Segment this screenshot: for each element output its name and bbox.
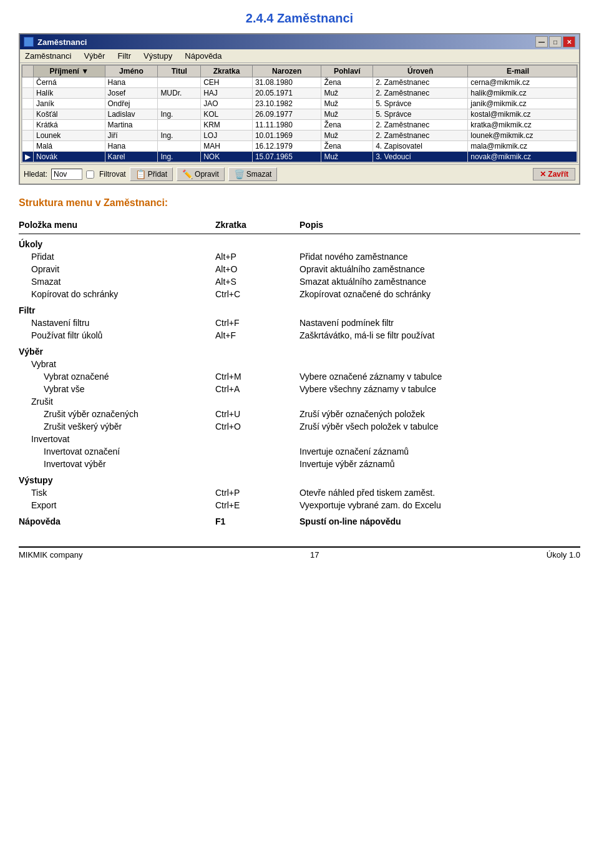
menu-item-desc <box>300 433 580 445</box>
opravit-label: Opravit <box>195 170 219 179</box>
menu-item-shortcut: Ctrl+A <box>215 383 300 395</box>
col-email[interactable]: E-mail <box>468 66 577 77</box>
list-item: PřidatAlt+PPřidat nového zaměstnance <box>19 250 580 263</box>
cell-titul: Ing. <box>158 152 201 162</box>
row-indicator <box>22 88 34 99</box>
menu-item-desc: Zkopírovat označené do schránky <box>300 288 580 300</box>
cell-email: mala@mikmik.cz <box>468 141 577 152</box>
cell-uroven: 2. Zaměstnanec <box>373 131 468 141</box>
menu-item-shortcut <box>215 342 300 358</box>
titlebar-left: Zaměstnanci <box>24 37 87 47</box>
col-jmeno[interactable]: Jméno <box>105 66 158 77</box>
cell-titul: MUDr. <box>158 88 201 99</box>
filtrovat-checkbox[interactable] <box>86 170 94 179</box>
menu-item-desc: Vyexportuje vybrané zam. do Excelu <box>300 499 580 511</box>
menu-zamestnanci[interactable]: Zaměstnanci <box>22 51 74 61</box>
table-row[interactable]: ČernáHanaCEH31.08.1980Žena2. Zaměstnanec… <box>22 77 577 88</box>
col-titul[interactable]: Titul <box>158 66 201 77</box>
doc-content: Struktura menu v Zaměstnanci: Položka me… <box>0 185 599 572</box>
list-item: Úkoly <box>19 234 580 251</box>
cell-zkratka: LOJ <box>201 131 253 141</box>
menu-item-desc: Vybere všechny záznamy v tabulce <box>300 383 580 395</box>
table-row[interactable]: HalíkJosefMUDr.HAJ20.05.1971Muž2. Zaměst… <box>22 88 577 99</box>
cell-pohlavi: Muž <box>321 131 373 141</box>
menu-item-shortcut: Ctrl+O <box>215 420 300 433</box>
menu-item-desc: Otevře náhled před tiskem zaměst. <box>300 486 580 499</box>
list-item: Výběr <box>19 342 580 358</box>
cell-email: halik@mikmik.cz <box>468 88 577 99</box>
menu-item-shortcut <box>215 234 300 251</box>
cell-titul <box>158 77 201 88</box>
cell-email: novak@mikmik.cz <box>468 152 577 162</box>
menu-item-shortcut <box>215 433 300 445</box>
cell-jmeno: Hana <box>105 77 158 88</box>
search-input[interactable] <box>51 169 82 180</box>
opravit-button[interactable]: ✏️ Opravit <box>177 167 225 181</box>
menu-item-desc <box>300 342 580 358</box>
table-row[interactable]: LounekJiříIng.LOJ10.01.1969Muž2. Zaměstn… <box>22 131 577 141</box>
cell-prijmeni: Janík <box>34 99 105 109</box>
smazat-icon: 🗑️ <box>234 169 245 179</box>
cell-jmeno: Josef <box>105 88 158 99</box>
list-item: Invertovat výběrInvertuje výběr záznamů <box>19 458 580 470</box>
row-indicator <box>22 109 34 120</box>
cell-pohlavi: Muž <box>321 109 373 120</box>
col-prijmeni[interactable]: Příjmení ▼ <box>34 66 105 77</box>
maximize-button[interactable]: □ <box>549 36 562 47</box>
menu-item-name: Opravit <box>19 263 215 275</box>
table-row[interactable]: KrátkáMartinaKRM11.11.1980Žena2. Zaměstn… <box>22 120 577 131</box>
menu-item-name: Invertovat výběr <box>19 458 215 470</box>
list-item: Výstupy <box>19 470 580 486</box>
cell-pohlavi: Muž <box>321 88 373 99</box>
menu-vystupy[interactable]: Výstupy <box>141 51 175 61</box>
close-window-button[interactable]: ✕ <box>563 36 575 47</box>
list-item: Zrušit výběr označenýchCtrl+UZruší výběr… <box>19 408 580 420</box>
cell-titul: Ing. <box>158 131 201 141</box>
list-item: Invertovat <box>19 433 580 445</box>
menu-vyber[interactable]: Výběr <box>81 51 107 61</box>
col-pohlavi[interactable]: Pohlaví <box>321 66 373 77</box>
zavrit-button[interactable]: ✕ Zavřít <box>533 168 575 180</box>
list-item: TiskCtrl+POtevře náhled před tiskem zamě… <box>19 486 580 499</box>
menu-item-desc <box>300 234 580 251</box>
window-title: Zaměstnanci <box>37 37 87 47</box>
cell-pohlavi: Muž <box>321 99 373 109</box>
menu-filtr[interactable]: Filtr <box>115 51 134 61</box>
cell-email: janik@mikmik.cz <box>468 99 577 109</box>
row-indicator <box>22 120 34 131</box>
col-indicator <box>22 66 34 77</box>
smazat-button[interactable]: 🗑️ Smazat <box>228 167 278 181</box>
col-uroven[interactable]: Úroveň <box>373 66 468 77</box>
menu-item-desc: Smazat aktuálního zaměstnance <box>300 275 580 288</box>
row-indicator <box>22 99 34 109</box>
row-indicator: ▶ <box>22 152 34 162</box>
table-row[interactable]: KošťálLadislavIng.KOL26.09.1977Muž5. Spr… <box>22 109 577 120</box>
footer-company: MIKMIK company <box>19 550 83 560</box>
menu-item-name: Tisk <box>19 486 215 499</box>
page-heading: 2.4.4 Zaměstnanci <box>0 0 599 33</box>
menu-item-shortcut: F1 <box>215 511 300 528</box>
menu-item-name: Zrušit výběr označených <box>19 408 215 420</box>
menu-napoveda[interactable]: Nápověda <box>182 51 224 61</box>
table-row[interactable]: MaláHanaMAH16.12.1979Žena4. Zapisovatelm… <box>22 141 577 152</box>
table-row[interactable]: ▶NovákKarelIng.NOK15.07.1965Muž3. Vedouc… <box>22 152 577 162</box>
cell-zkratka: NOK <box>201 152 253 162</box>
th-polozka: Položka menu <box>19 219 215 234</box>
cell-jmeno: Hana <box>105 141 158 152</box>
cell-narozen: 15.07.1965 <box>252 152 321 162</box>
cell-narozen: 31.08.1980 <box>252 77 321 88</box>
minimize-button[interactable]: — <box>535 36 548 47</box>
col-zkratka[interactable]: Zkratka <box>201 66 253 77</box>
app-icon <box>24 37 34 47</box>
pridat-icon: 📋 <box>135 169 146 179</box>
col-narozen[interactable]: Narozen <box>252 66 321 77</box>
cell-prijmeni: Novák <box>34 152 105 162</box>
cell-pohlavi: Žena <box>321 141 373 152</box>
pridat-button[interactable]: 📋 Přidat <box>130 167 173 181</box>
cell-email: cerna@mikmik.cz <box>468 77 577 88</box>
table-row[interactable]: JaníkOndřejJAO23.10.1982Muž5. Správcejan… <box>22 99 577 109</box>
menu-item-shortcut <box>215 445 300 458</box>
row-indicator <box>22 77 34 88</box>
cell-uroven: 5. Správce <box>373 109 468 120</box>
cell-pohlavi: Muž <box>321 152 373 162</box>
